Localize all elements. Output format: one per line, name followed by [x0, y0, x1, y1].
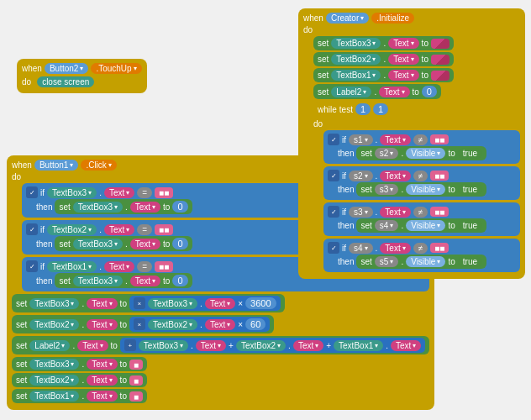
vis-w3[interactable]: Visible — [406, 220, 445, 231]
text-concat1[interactable]: Text — [196, 340, 226, 351]
while-val2: 1 — [373, 103, 388, 115]
then-label-1: then — [36, 202, 52, 212]
text-set-prop-2[interactable]: Text — [130, 239, 160, 249]
text-concat2[interactable]: Text — [293, 340, 323, 351]
neq-w2[interactable]: ≠ — [413, 171, 428, 181]
set-label-3: set — [59, 276, 70, 286]
s2-ref[interactable]: s2 — [349, 171, 373, 181]
text-main1[interactable]: Text — [87, 298, 117, 309]
if-icon-1: ✓ — [26, 186, 38, 198]
to-final1: to — [120, 360, 127, 369]
textbox1-concat[interactable]: TextBox1 — [334, 340, 383, 351]
set-label-2: set — [59, 239, 70, 249]
eq-op-3[interactable]: = — [137, 261, 152, 272]
text-main2[interactable]: Text — [87, 319, 117, 330]
set-w2: set — [360, 185, 371, 194]
s2-ref-w1[interactable]: s2 — [375, 148, 399, 159]
init-event[interactable]: .Initialize — [371, 13, 414, 24]
button1-component[interactable]: Button1 — [34, 160, 78, 171]
s1-ref[interactable]: s1 — [349, 134, 373, 145]
to-final3: to — [120, 391, 127, 401]
text-inner2[interactable]: Text — [205, 319, 235, 330]
textbox3-final[interactable]: TextBox3 — [29, 359, 79, 370]
neq-w3[interactable]: ≠ — [413, 207, 428, 218]
set-w3: set — [360, 221, 371, 230]
text-concat3[interactable]: Text — [391, 340, 421, 351]
plus-2: + — [326, 341, 331, 350]
text-c2[interactable]: Text — [388, 54, 418, 65]
text-final1[interactable]: Text — [87, 359, 117, 370]
close-screen-action[interactable]: close screen — [37, 76, 94, 87]
vis-w1[interactable]: Visible — [406, 148, 445, 159]
to-c1: to — [422, 39, 428, 48]
textbox2-inner[interactable]: TextBox2 — [148, 319, 197, 330]
text-w3[interactable]: Text — [380, 207, 410, 218]
val-pink-1: ■■ — [155, 187, 173, 198]
text-w2[interactable]: Text — [380, 171, 410, 181]
vis-w4[interactable]: Visible — [406, 256, 445, 267]
textbox3-c1[interactable]: TextBox3 — [331, 38, 381, 49]
s3-ref-w2[interactable]: s3 — [375, 184, 399, 195]
label2-c[interactable]: Label2 — [331, 87, 371, 97]
true-w1: true — [458, 148, 482, 159]
s4-ref[interactable]: s4 — [349, 243, 373, 254]
click-event[interactable]: .Click — [81, 160, 116, 171]
text-c1[interactable]: Text — [388, 38, 418, 49]
text-w1[interactable]: Text — [380, 134, 410, 145]
do-creator: do — [303, 25, 313, 34]
set-w1: set — [360, 149, 371, 158]
textbox1-c3[interactable]: TextBox1 — [331, 70, 381, 81]
textbox2-ref-1[interactable]: TextBox2 — [47, 224, 97, 235]
textbox2-concat[interactable]: TextBox2 — [236, 340, 286, 351]
neq-w4[interactable]: ≠ — [413, 243, 428, 254]
textbox1-final[interactable]: TextBox1 — [29, 391, 79, 402]
textbox2-ref-main[interactable]: TextBox2 — [29, 319, 79, 330]
text-final3[interactable]: Text — [87, 391, 117, 402]
creator-component[interactable]: Creator — [326, 13, 369, 24]
text-w4[interactable]: Text — [380, 243, 410, 254]
textbox3-concat[interactable]: TextBox3 — [139, 340, 188, 351]
text-prop-1[interactable]: Text — [104, 187, 134, 198]
textbox3-set-1[interactable]: TextBox3 — [73, 202, 123, 213]
text-label2-c[interactable]: Text — [379, 87, 409, 97]
textbox2-c2[interactable]: TextBox2 — [331, 54, 381, 65]
then-w4: then — [338, 257, 354, 266]
text-set-prop-1[interactable]: Text — [130, 202, 160, 213]
s5-ref-w4[interactable]: s5 — [375, 256, 399, 267]
textbox3-ref-1[interactable]: TextBox3 — [47, 187, 97, 198]
textbox3-set-3[interactable]: TextBox3 — [73, 276, 123, 286]
val-w3: ■■ — [430, 207, 449, 217]
textbox3-ref-main1[interactable]: TextBox3 — [29, 298, 79, 309]
neq-w1[interactable]: ≠ — [413, 134, 428, 145]
button2-touchup-block: when Button2 .TouchUp do close screen — [17, 59, 147, 93]
s3-ref[interactable]: s3 — [349, 207, 373, 218]
then-w2: then — [338, 185, 354, 194]
vis-w2[interactable]: Visible — [406, 184, 445, 195]
textbox3-inner[interactable]: TextBox3 — [148, 298, 197, 309]
textbox1-ref-1[interactable]: TextBox1 — [47, 261, 97, 272]
to-c3: to — [422, 71, 428, 80]
textbox3-set-2[interactable]: TextBox3 — [73, 239, 123, 249]
text-prop-2[interactable]: Text — [104, 224, 134, 235]
s4-ref-w3[interactable]: s4 — [375, 220, 399, 231]
text-main3[interactable]: Text — [77, 340, 108, 351]
text-set-prop-3[interactable]: Text — [130, 276, 160, 286]
eq-op-1[interactable]: = — [137, 187, 152, 198]
while-label: while — [318, 105, 337, 114]
eq-op-2[interactable]: = — [137, 224, 152, 235]
multiply-icon: × — [134, 297, 145, 309]
label2-ref[interactable]: Label2 — [29, 340, 70, 351]
to-label2-c: to — [413, 87, 419, 97]
to-label-3: to — [163, 276, 170, 286]
text-prop-3[interactable]: Text — [104, 261, 134, 272]
button2-component[interactable]: Button2 — [45, 63, 88, 74]
val-w1: ■■ — [430, 134, 449, 144]
if-w1: if — [342, 135, 346, 144]
touchup-event[interactable]: .TouchUp — [91, 63, 141, 74]
text-final2[interactable]: Text — [87, 375, 117, 386]
text-inner1[interactable]: Text — [205, 298, 235, 309]
textbox2-final[interactable]: TextBox2 — [29, 375, 79, 386]
val-final1: ■ — [129, 360, 143, 370]
text-c3[interactable]: Text — [388, 70, 418, 81]
val-pink-2: ■■ — [155, 224, 173, 235]
